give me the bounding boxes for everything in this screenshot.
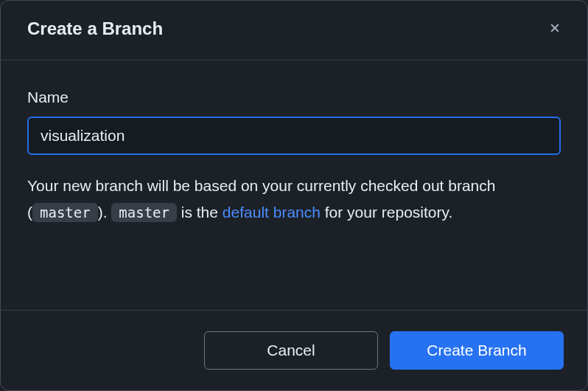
default-branch-link[interactable]: default branch: [223, 204, 321, 221]
branch-chip-default: master: [111, 203, 177, 222]
cancel-button[interactable]: Cancel: [204, 331, 378, 370]
dialog-footer: Cancel Create Branch: [1, 310, 587, 390]
dialog-title: Create a Branch: [27, 18, 163, 39]
create-branch-dialog: Create a Branch Name Your new branch wil…: [0, 0, 588, 391]
branch-chip-current: master: [32, 203, 98, 222]
close-icon: [548, 21, 561, 37]
dialog-header: Create a Branch: [1, 1, 587, 60]
help-suffix: for your repository.: [321, 204, 452, 221]
help-mid1: ).: [98, 204, 112, 221]
help-mid2: is the: [177, 204, 223, 221]
help-text: Your new branch will be based on your cu…: [27, 173, 561, 225]
name-label: Name: [27, 89, 561, 106]
dialog-body: Name Your new branch will be based on yo…: [1, 60, 587, 310]
create-branch-button[interactable]: Create Branch: [390, 331, 564, 370]
branch-name-input[interactable]: [27, 117, 561, 155]
close-button[interactable]: [546, 20, 564, 38]
